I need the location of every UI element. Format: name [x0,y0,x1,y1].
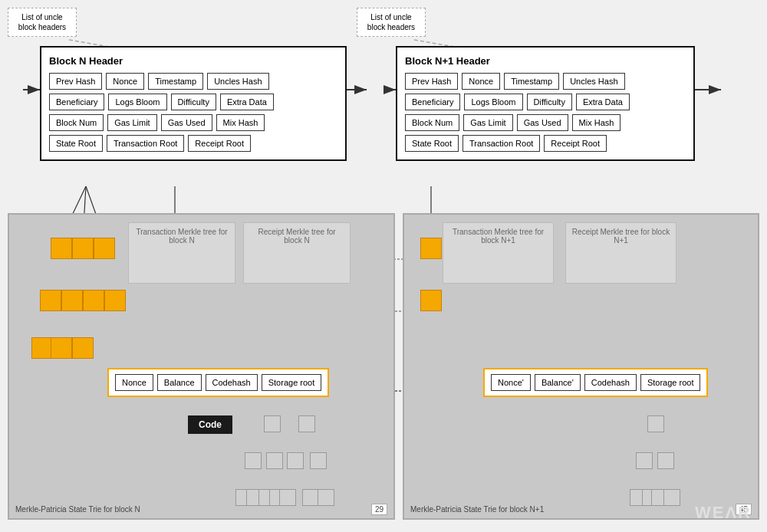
trie-n1-tx-panel: Transaction Merkle tree for block N+1 [443,222,554,284]
block-n1-timestamp: Timestamp [504,73,559,90]
account-n1-storage-root: Storage root [640,374,701,391]
block-n1-nonce: Nonce [462,73,500,90]
yellow-sq-3c [72,337,94,359]
block-n1-title: Block N+1 Header [405,55,686,67]
block-n-timestamp: Timestamp [148,73,203,90]
yellow-sq-2a [40,290,61,311]
gray-sq-n-2d [310,452,327,469]
block-n1-prev-hash: Prev Hash [405,73,458,90]
block-n-receipt-root: Receipt Root [188,135,251,152]
account-n-codehash: Codehash [206,374,258,391]
gray-sq-n-2b [266,452,283,469]
trie-n1-rcpt-panel: Receipt Merkle tree for block N+1 [565,222,676,284]
gray-sq-n-1b [298,415,315,432]
block-n1-receipt-root: Receipt Root [544,135,607,152]
gray-sq-n1-2b [657,452,674,469]
gray-sq-n-3g [318,489,334,506]
trie-n-num: 29 [371,504,387,515]
block-n-block-num: Block Num [49,114,104,131]
yellow-sq-n1-1 [420,238,442,259]
trie-n-tx-panel: Transaction Merkle tree for block N [128,222,235,284]
gray-sq-n1-1a [647,415,664,432]
block-n-header: Block N Header Prev Hash Nonce Timestamp… [40,46,347,161]
yellow-sq-n1-2 [420,290,442,311]
block-n-mix-hash: Mix Hash [216,114,265,131]
yellow-sq-1b [72,238,94,259]
account-n-storage-root: Storage root [262,374,322,391]
uncle-label-1: List of uncle block headers [8,8,77,37]
watermark: WEΛR [695,503,752,523]
block-n-title: Block N Header [49,55,337,67]
block-n-nonce: Nonce [106,73,144,90]
block-n1-state-root: State Root [405,135,459,152]
block-n-state-root: State Root [49,135,103,152]
yellow-sq-2b [61,290,83,311]
yellow-sq-2c [83,290,104,311]
code-box: Code [188,415,232,434]
block-n1-difficulty: Difficulty [527,94,572,110]
block-n-difficulty: Difficulty [171,94,216,110]
block-n1-mix-hash: Mix Hash [572,114,621,131]
gray-sq-n-3f [302,489,319,506]
trie-n-rcpt-panel: Receipt Merkle tree for block N [243,222,351,284]
gray-sq-n-1a [264,415,281,432]
yellow-sq-2d [104,290,126,311]
account-n-balance: Balance [157,374,202,391]
block-n-gas-used: Gas Used [161,114,212,131]
main-container: List of uncle block headers List of uncl… [0,0,767,532]
gray-sq-n-2a [245,452,262,469]
block-n-beneficiary: Beneficiary [49,94,104,110]
block-n1-logs-bloom: Logs Bloom [464,94,522,110]
trie-n-section: Transaction Merkle tree for block N Rece… [8,213,395,520]
yellow-sq-3b [51,337,72,359]
trie-n-label: Merkle-Patricia State Trie for block N [15,505,140,514]
account-n1-codehash: Codehash [584,374,637,391]
block-n1-uncles-hash: Uncles Hash [563,73,624,90]
block-n-tx-root: Transaction Root [107,135,184,152]
account-n-box: Nonce Balance Codehash Storage root [107,368,329,397]
yellow-sq-1a [51,238,72,259]
block-n1-header: Block N+1 Header Prev Hash Nonce Timesta… [396,46,695,161]
block-n-logs-bloom: Logs Bloom [108,94,166,110]
block-n1-beneficiary: Beneficiary [405,94,460,110]
account-n1-nonce: Nonce' [491,374,531,391]
block-n1-gas-used: Gas Used [517,114,568,131]
block-n1-tx-root: Transaction Root [463,135,540,152]
block-n1-extra-data: Extra Data [576,94,630,110]
block-n-gas-limit: Gas Limit [107,114,156,131]
account-n1-box: Nonce' Balance' Codehash Storage root [483,368,708,397]
yellow-sq-1c [94,238,115,259]
gray-sq-n-3e [279,489,296,506]
block-n1-gas-limit: Gas Limit [463,114,512,131]
gray-sq-n-2c [287,452,304,469]
account-n-nonce: Nonce [115,374,153,391]
block-n-uncles-hash: Uncles Hash [207,73,268,90]
block-n-prev-hash: Prev Hash [49,73,102,90]
gray-sq-n1-3d [663,489,680,506]
trie-n1-label: Merkle-Patricia State Trie for block N+1 [410,505,544,514]
block-n1-block-num: Block Num [405,114,459,131]
yellow-sq-3a [31,337,53,359]
gray-sq-n1-2a [636,452,653,469]
account-n1-balance: Balance' [535,374,581,391]
trie-n1-section: Transaction Merkle tree for block N+1 Re… [403,213,759,520]
uncle-label-2: List of uncle block headers [357,8,426,37]
block-n-extra-data: Extra Data [220,94,274,110]
